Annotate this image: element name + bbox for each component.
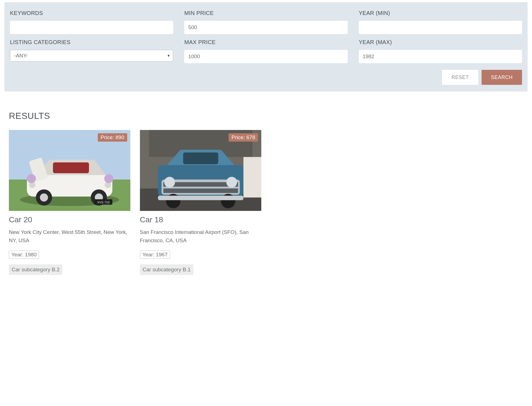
svg-rect-28 <box>158 196 243 200</box>
min-price-label: MIN PRICE <box>184 10 347 16</box>
max-price-field: MAX PRICE <box>184 39 347 63</box>
svg-point-13 <box>104 174 113 183</box>
subcategory-tag[interactable]: Car subcategory B.2 <box>9 264 62 275</box>
result-title: Car 20 <box>9 215 131 224</box>
keywords-input[interactable] <box>10 21 173 34</box>
car-illustration-icon <box>140 130 262 211</box>
max-price-input[interactable] <box>184 50 347 63</box>
result-card[interactable]: Price: 678 Car 18 San Francisco Internat… <box>140 130 262 275</box>
keywords-label: KEYWORDS <box>10 10 173 16</box>
svg-point-25 <box>226 177 237 188</box>
year-max-field: YEAR (MAX) <box>359 39 522 63</box>
min-price-field: MIN PRICE <box>184 10 347 34</box>
listing-categories-select[interactable]: -ANY- ▼ <box>10 50 173 62</box>
search-panel: KEYWORDS MIN PRICE YEAR (MIN) LISTING CA… <box>4 2 528 91</box>
max-price-label: MAX PRICE <box>184 39 347 45</box>
chevron-down-icon: ▼ <box>167 54 170 58</box>
results-grid: XVS 710 Price: 890 Car 20 New York City … <box>9 130 523 275</box>
year-tag: Year: 1967 <box>140 251 170 259</box>
svg-rect-20 <box>183 152 218 164</box>
svg-rect-4 <box>53 162 89 173</box>
svg-rect-29 <box>243 157 261 197</box>
keywords-field: KEYWORDS <box>10 10 173 34</box>
car-illustration-icon: XVS 710 <box>9 130 131 211</box>
result-location: New York City Center, West 55th Street, … <box>9 228 131 244</box>
button-row: RESET SEARCH <box>359 70 522 85</box>
result-image: XVS 710 Price: 890 <box>9 130 131 211</box>
result-image: Price: 678 <box>140 130 262 211</box>
year-max-input[interactable] <box>359 50 522 63</box>
results-section: RESULTS <box>0 91 532 286</box>
year-min-field: YEAR (MIN) <box>359 10 522 34</box>
subcategory-tag[interactable]: Car subcategory B.1 <box>140 264 193 275</box>
search-grid: KEYWORDS MIN PRICE YEAR (MIN) LISTING CA… <box>10 10 522 85</box>
price-badge: Price: 678 <box>229 133 258 142</box>
listing-categories-field: LISTING CATEGORIES -ANY- ▼ <box>10 39 173 63</box>
year-min-input[interactable] <box>359 21 522 34</box>
year-tag: Year: 1980 <box>9 251 39 259</box>
results-heading: RESULTS <box>9 111 523 121</box>
price-badge: Price: 890 <box>98 133 127 142</box>
svg-text:XVS 710: XVS 710 <box>97 201 110 204</box>
svg-point-12 <box>27 174 36 183</box>
svg-point-7 <box>40 193 48 201</box>
min-price-input[interactable] <box>184 21 347 34</box>
result-card[interactable]: XVS 710 Price: 890 Car 20 New York City … <box>9 130 131 275</box>
result-title: Car 18 <box>140 215 262 224</box>
search-button[interactable]: SEARCH <box>482 70 522 85</box>
year-min-label: YEAR (MIN) <box>359 10 522 16</box>
listing-categories-selected: -ANY- <box>14 53 28 59</box>
reset-button[interactable]: RESET <box>442 70 478 85</box>
listing-categories-label: LISTING CATEGORIES <box>10 39 173 45</box>
svg-point-24 <box>164 177 175 188</box>
year-max-label: YEAR (MAX) <box>359 39 522 45</box>
svg-rect-23 <box>163 188 238 193</box>
result-location: San Francisco International Airport (SFO… <box>140 228 262 244</box>
